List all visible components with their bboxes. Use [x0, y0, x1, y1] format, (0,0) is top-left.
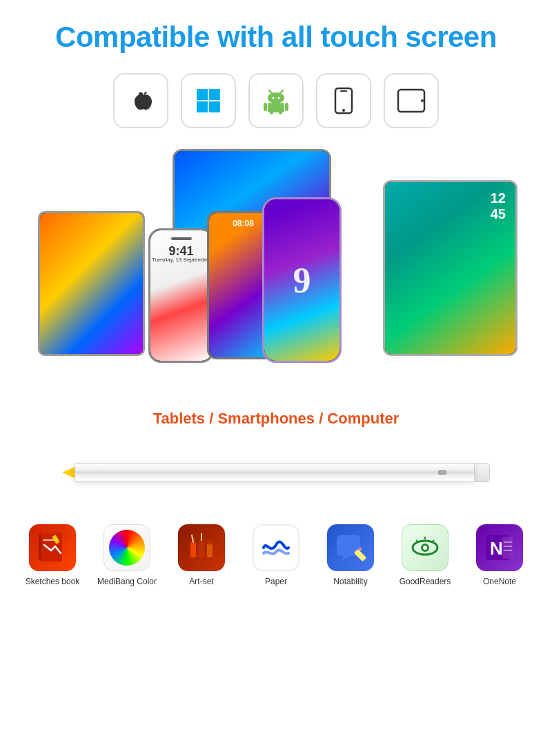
windows-icon-box [181, 73, 236, 128]
apple-icon [126, 86, 155, 115]
onenote-icon: N [476, 524, 523, 571]
devices-subtitle: Tablets / Smartphones / Computer [153, 410, 400, 428]
goodreaders-app-item: GoodReaders [394, 524, 456, 588]
svg-rect-2 [209, 89, 220, 100]
android-icon [262, 87, 290, 115]
phone-icon [331, 87, 356, 115]
medibang-app-item: MediBang Color [96, 524, 158, 588]
svg-text:N: N [490, 538, 503, 559]
svg-rect-20 [40, 533, 62, 561]
devices-section: 9:41 Tuesday, 13 September 08:08 9 12 [14, 149, 538, 397]
svg-point-5 [268, 92, 284, 103]
apps-row: Sketches book MediBang Color [21, 524, 531, 588]
notability-icon [327, 524, 374, 571]
notability-label: Notability [333, 577, 367, 588]
svg-line-8 [269, 90, 272, 93]
apple-icon-box [113, 73, 168, 128]
svg-point-0 [139, 92, 143, 97]
onenote-label: OneNote [483, 577, 516, 588]
svg-point-6 [273, 97, 275, 99]
svg-point-7 [278, 97, 280, 99]
sketches-book-icon [29, 524, 76, 571]
goodreaders-icon [402, 524, 448, 571]
tablet-icon [396, 88, 426, 114]
svg-rect-28 [207, 544, 213, 557]
svg-point-37 [423, 546, 427, 550]
stylus-end-cap [475, 463, 490, 482]
artset-app-item: Art-set [170, 524, 233, 588]
sketches-book-label: Sketches book [26, 577, 80, 588]
stylus-pen [62, 455, 490, 490]
paper-icon [253, 524, 299, 571]
svg-rect-10 [268, 103, 284, 112]
svg-rect-13 [270, 112, 273, 115]
svg-point-17 [342, 109, 345, 112]
svg-rect-29 [209, 540, 211, 545]
windows-icon [195, 87, 222, 115]
ipad-left-device [38, 211, 145, 356]
os-icons-row [113, 73, 439, 128]
page-title: Compatible with all touch screen [55, 21, 497, 54]
svg-rect-21 [39, 534, 41, 560]
medibang-label: MediBang Color [97, 577, 157, 588]
iphone-left-device: 9:41 Tuesday, 13 September [148, 228, 214, 363]
svg-rect-1 [197, 89, 208, 100]
stylus-section [14, 448, 538, 497]
paper-label: Paper [265, 577, 287, 588]
svg-rect-12 [285, 103, 288, 111]
goodreaders-label: GoodReaders [400, 577, 451, 588]
medibang-sphere [109, 530, 145, 566]
smartphone-icon-box [316, 73, 371, 128]
svg-rect-4 [209, 101, 220, 112]
android-icon-box [248, 73, 304, 128]
svg-rect-11 [264, 103, 267, 111]
paper-app-item: Paper [245, 524, 307, 588]
svg-point-19 [421, 99, 424, 102]
artset-label: Art-set [189, 577, 213, 588]
stylus-charge-port [438, 470, 446, 475]
svg-rect-14 [279, 112, 282, 115]
svg-rect-3 [197, 101, 208, 112]
onenote-app-item: N OneNote [469, 524, 531, 588]
stylus-tip [62, 467, 75, 478]
tablet-right-device: 12 45 [383, 180, 518, 356]
svg-line-30 [192, 535, 193, 542]
medibang-icon [103, 524, 150, 571]
tablet-icon-box [384, 73, 439, 128]
svg-line-9 [280, 90, 283, 93]
samsung-phone-device: 9 [262, 197, 342, 363]
svg-rect-26 [199, 540, 204, 557]
stylus-body [75, 463, 475, 482]
notability-app-item: Notability [319, 524, 382, 588]
svg-rect-24 [190, 542, 196, 557]
artset-icon [178, 524, 225, 571]
main-page: Compatible with all touch screen [0, 0, 552, 756]
svg-rect-43 [502, 537, 513, 559]
sketches-book-app-item: Sketches book [21, 524, 83, 588]
svg-rect-18 [398, 90, 424, 112]
